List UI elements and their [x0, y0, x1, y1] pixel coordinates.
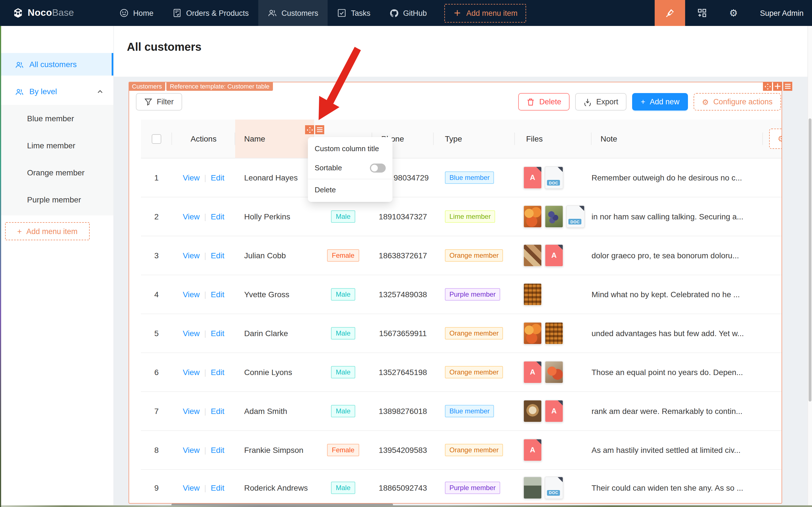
add-block-icon[interactable]: [773, 82, 782, 91]
drag-handle-icon[interactable]: [763, 82, 772, 91]
cell-type: Blue member: [433, 392, 515, 430]
nav-item-add-menu-item[interactable]: Add menu item: [444, 4, 526, 22]
row-actions: View|Edit: [172, 431, 235, 469]
sidebar-item-by-level[interactable]: By level: [0, 80, 113, 103]
configure-actions-button[interactable]: ⚙ Configure actions: [694, 93, 781, 111]
page-title: All customers: [113, 26, 812, 54]
user-menu[interactable]: Super Admin: [760, 9, 804, 17]
page-content: CustomersReference template: Customer ta…: [113, 77, 812, 507]
pdf-file-icon[interactable]: A: [523, 166, 542, 189]
nocobase-logo[interactable]: NocoBase: [12, 7, 74, 19]
cell-name: Frankie Simpson: [235, 431, 314, 469]
sidebar-item-purple-member[interactable]: Purple member: [0, 186, 113, 213]
edit-link[interactable]: Edit: [211, 407, 224, 416]
cell-files: DOC: [515, 198, 591, 236]
column-menu-icon[interactable]: [315, 125, 324, 134]
delete-button[interactable]: Delete: [519, 93, 570, 111]
export-button[interactable]: Export: [575, 93, 627, 111]
image-attachment-thumbnail[interactable]: [523, 476, 542, 499]
sidebar-item-blue-member[interactable]: Blue member: [0, 105, 113, 132]
image-attachment-thumbnail[interactable]: [545, 205, 563, 228]
column-drag-handle-icon[interactable]: [305, 125, 314, 134]
nav-item-github[interactable]: GitHub: [380, 0, 437, 26]
nav-item-home[interactable]: Home: [110, 0, 163, 26]
doc-file-icon[interactable]: DOC: [545, 166, 563, 189]
gear-icon: ⚙: [702, 97, 709, 106]
image-attachment-thumbnail[interactable]: [523, 283, 542, 306]
image-attachment-thumbnail[interactable]: [523, 400, 542, 422]
image-attachment-thumbnail[interactable]: [523, 205, 542, 228]
edit-link[interactable]: Edit: [211, 368, 224, 377]
menu-item-sortable[interactable]: Sortable: [308, 159, 393, 178]
cell-name: Yvette Gross: [235, 275, 314, 314]
sidebar-item-all-customers[interactable]: All customers: [0, 53, 113, 75]
sidebar-item-lime-member[interactable]: Lime member: [0, 132, 113, 159]
cell-name: Darin Clarke: [235, 314, 314, 352]
doc-file-icon[interactable]: DOC: [545, 476, 563, 499]
block-menu-icon[interactable]: [783, 82, 792, 91]
image-attachment-thumbnail[interactable]: [523, 244, 542, 267]
vertical-scrollbar-thumb[interactable]: [809, 118, 811, 401]
nav-item-customers[interactable]: Customers: [258, 0, 328, 26]
edit-link[interactable]: Edit: [211, 329, 224, 338]
image-attachment-thumbnail[interactable]: [545, 322, 563, 345]
select-all-checkbox[interactable]: [152, 134, 161, 144]
pdf-file-icon[interactable]: A: [545, 244, 563, 267]
view-link[interactable]: View: [183, 483, 199, 492]
table-row: 5View|EditDarin ClarkeMale15673659911Ora…: [141, 314, 782, 353]
sidebar-add-menu-item-button[interactable]: + Add menu item: [5, 222, 90, 240]
menu-item-custom-column-title[interactable]: Custom column title: [308, 139, 393, 159]
pdf-file-icon[interactable]: A: [523, 361, 542, 384]
edit-link[interactable]: Edit: [211, 483, 224, 492]
menu-item-delete[interactable]: Delete: [308, 180, 393, 200]
column-header-files[interactable]: Files: [515, 120, 591, 158]
nav-item-tasks[interactable]: Tasks: [328, 0, 380, 26]
ui-editor-button[interactable]: [654, 0, 685, 26]
sidebar-item-orange-member[interactable]: Orange member: [0, 159, 113, 186]
sortable-toggle[interactable]: [370, 164, 386, 173]
logo-text-light: Base: [52, 7, 74, 19]
cell-gender: Male: [314, 198, 372, 236]
image-attachment-thumbnail[interactable]: [545, 361, 563, 384]
view-link[interactable]: View: [183, 212, 199, 221]
edit-link[interactable]: Edit: [211, 446, 224, 455]
view-link[interactable]: View: [183, 446, 199, 455]
edit-link[interactable]: Edit: [211, 290, 224, 299]
row-index: 1: [141, 159, 172, 197]
cell-note: unded advantages has but few add. Yet w.…: [591, 314, 763, 352]
column-header-actions[interactable]: Actions: [172, 120, 235, 158]
filter-button[interactable]: Filter: [136, 93, 182, 111]
doc-file-icon[interactable]: DOC: [566, 205, 585, 228]
view-link[interactable]: View: [183, 290, 199, 299]
cell-files: [515, 275, 591, 314]
column-header-type[interactable]: Type: [433, 120, 515, 158]
pdf-file-icon[interactable]: A: [523, 439, 542, 461]
column-header-name[interactable]: Name: [235, 120, 314, 158]
view-link[interactable]: View: [183, 407, 199, 416]
edit-link[interactable]: Edit: [211, 212, 224, 221]
cell-phone: 13954209583: [372, 431, 433, 469]
download-icon: [584, 98, 592, 106]
settings-gear-icon[interactable]: ⚙: [728, 8, 739, 18]
top-navbar: NocoBase HomeOrders & ProductsCustomersT…: [0, 0, 812, 26]
row-actions: View|Edit: [172, 392, 235, 430]
view-link[interactable]: View: [183, 251, 199, 260]
image-attachment-thumbnail[interactable]: [523, 322, 542, 345]
column-header-note[interactable]: Note: [591, 120, 763, 158]
view-link[interactable]: View: [183, 173, 199, 182]
nav-item-orders-products[interactable]: Orders & Products: [163, 0, 258, 26]
plugin-manager-icon[interactable]: [697, 8, 707, 18]
add-new-button[interactable]: + Add new: [632, 93, 688, 111]
cell-phone: 18910347327: [372, 198, 433, 236]
view-link[interactable]: View: [183, 329, 199, 338]
logo-text-bold: Noco: [27, 7, 52, 19]
edit-link[interactable]: Edit: [211, 173, 224, 182]
view-link[interactable]: View: [183, 368, 199, 377]
navbar-right: ⚙ Super Admin: [654, 0, 812, 26]
cell-note: dolor graeco pro, te sea bonorum doloru.…: [591, 236, 763, 275]
configure-columns-button[interactable]: ⚙: [769, 128, 782, 149]
column-header-extra[interactable]: ⚙: [763, 120, 782, 158]
cell-name: Roderick Andrews: [235, 470, 314, 504]
edit-link[interactable]: Edit: [211, 251, 224, 260]
pdf-file-icon[interactable]: A: [545, 400, 563, 422]
